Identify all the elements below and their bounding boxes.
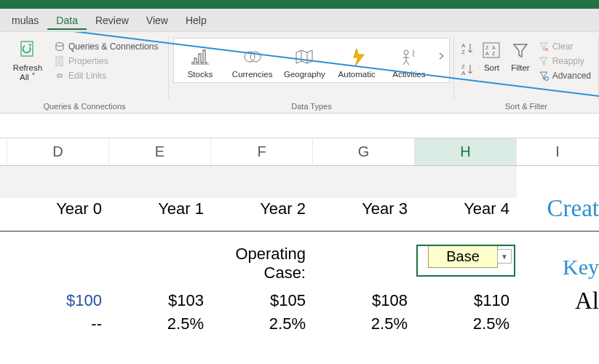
clear-filter-button[interactable]: Clear bbox=[535, 39, 594, 54]
cell-year-3[interactable]: Year 3 bbox=[313, 198, 415, 231]
properties-icon bbox=[54, 55, 66, 67]
edit-links-icon bbox=[54, 70, 66, 82]
cell-year-1[interactable]: Year 1 bbox=[109, 198, 211, 231]
col-header-H[interactable]: H bbox=[415, 138, 517, 165]
sort-button[interactable]: ZAAZ Sort bbox=[477, 35, 506, 83]
cell-value-y4[interactable]: $110 bbox=[415, 290, 517, 313]
col-header-I[interactable]: I bbox=[517, 138, 599, 165]
col-header-G[interactable]: G bbox=[313, 138, 415, 165]
svg-text:A: A bbox=[461, 42, 466, 49]
currencies-icon bbox=[242, 46, 263, 68]
svg-point-4 bbox=[250, 52, 261, 62]
chevron-down-icon[interactable]: ▼ bbox=[497, 249, 512, 264]
col-header-D[interactable]: D bbox=[7, 138, 109, 165]
worksheet[interactable]: D E F G H I Year 0 Year 1 Year 2 Year 3 … bbox=[0, 138, 599, 336]
cell-value-y2[interactable]: $105 bbox=[211, 290, 313, 313]
annotation-al: Al bbox=[575, 288, 599, 314]
svg-text:A: A bbox=[492, 45, 496, 50]
refresh-all-label: Refresh All ˅ bbox=[13, 63, 42, 82]
sort-asc-button[interactable]: AZ bbox=[460, 41, 476, 58]
group-label-queries: Queries & Connections bbox=[0, 100, 169, 112]
col-header-F[interactable]: F bbox=[211, 138, 313, 165]
operating-case-dropdown[interactable]: Base ▼ bbox=[428, 245, 498, 268]
refresh-all-button[interactable]: Refresh All ˅ bbox=[4, 35, 51, 83]
ribbon-tabs: mulas Data Review View Help bbox=[0, 9, 599, 32]
group-queries-connections: Refresh All ˅ Queries & Connections Prop… bbox=[0, 32, 169, 113]
filter-icon bbox=[509, 39, 531, 61]
formula-bar-area[interactable] bbox=[0, 114, 599, 138]
svg-text:Z: Z bbox=[461, 49, 465, 55]
tab-view[interactable]: View bbox=[138, 10, 177, 31]
automatic-icon bbox=[346, 46, 368, 68]
cell-pct-y2[interactable]: 2.5% bbox=[211, 313, 313, 336]
ribbon: Refresh All ˅ Queries & Connections Prop… bbox=[0, 32, 599, 114]
clear-icon bbox=[538, 41, 550, 52]
clear-label: Clear bbox=[552, 41, 574, 52]
connections-icon bbox=[54, 41, 66, 52]
svg-point-15 bbox=[544, 77, 548, 81]
cell-pct-y3[interactable]: 2.5% bbox=[313, 313, 415, 336]
currencies-label: Currencies bbox=[232, 70, 273, 79]
pct-row: -- 2.5% 2.5% 2.5% 2.5% bbox=[0, 313, 599, 336]
geography-icon bbox=[293, 46, 315, 68]
svg-point-5 bbox=[404, 50, 408, 55]
column-headers: D E F G H I bbox=[0, 138, 599, 166]
svg-text:A: A bbox=[485, 51, 489, 56]
operating-case-label: Operating Case: bbox=[211, 243, 313, 277]
geography-label: Geography bbox=[284, 70, 325, 79]
reapply-label: Reapply bbox=[552, 56, 584, 66]
group-label-data-types: Data Types bbox=[169, 100, 454, 112]
annotation-key: Key bbox=[563, 255, 599, 280]
cell-value-y1[interactable]: $103 bbox=[109, 290, 211, 313]
svg-point-1 bbox=[56, 43, 63, 47]
svg-text:Z: Z bbox=[461, 63, 465, 70]
activities-label: Activities bbox=[392, 70, 425, 79]
activities-button[interactable]: Activities bbox=[383, 41, 435, 79]
tab-data[interactable]: Data bbox=[47, 10, 87, 31]
annotation-create: Creat bbox=[547, 195, 599, 222]
automatic-label: Automatic bbox=[338, 70, 376, 79]
svg-text:Z: Z bbox=[492, 51, 496, 56]
col-header-edge bbox=[0, 138, 7, 165]
edit-links-label: Edit Links bbox=[68, 71, 106, 81]
stocks-button[interactable]: Stocks bbox=[174, 41, 226, 79]
data-types-more-arrow[interactable] bbox=[435, 41, 449, 71]
sort-desc-button[interactable]: ZA bbox=[460, 62, 476, 79]
cell-value-y0[interactable]: $100 bbox=[7, 290, 109, 313]
filter-button[interactable]: Filter bbox=[506, 35, 534, 83]
svg-point-3 bbox=[245, 52, 255, 62]
sort-label: Sort bbox=[484, 63, 499, 73]
cell-pct-y4[interactable]: 2.5% bbox=[415, 313, 517, 336]
queries-connections-button[interactable]: Queries & Connections bbox=[51, 39, 161, 54]
cell-year-2[interactable]: Year 2 bbox=[211, 198, 313, 231]
cell-pct-y0[interactable]: -- bbox=[7, 313, 109, 336]
edit-links-button[interactable]: Edit Links bbox=[51, 68, 161, 83]
queries-connections-label: Queries & Connections bbox=[68, 41, 158, 52]
tab-help[interactable]: Help bbox=[177, 10, 215, 31]
geography-button[interactable]: Geography bbox=[279, 41, 331, 79]
advanced-icon bbox=[538, 70, 550, 82]
reapply-button[interactable]: Reapply bbox=[535, 54, 594, 68]
cell-year-0[interactable]: Year 0 bbox=[7, 198, 109, 231]
cell-value-y3[interactable]: $108 bbox=[313, 290, 415, 313]
activities-icon bbox=[398, 46, 420, 68]
svg-text:A: A bbox=[461, 70, 466, 76]
year-header-row: Year 0 Year 1 Year 2 Year 3 Year 4 bbox=[0, 198, 599, 232]
group-label-sort-filter: Sort & Filter bbox=[454, 100, 598, 112]
tab-review[interactable]: Review bbox=[87, 10, 138, 31]
properties-label: Properties bbox=[68, 56, 108, 66]
stocks-label: Stocks bbox=[188, 70, 213, 79]
filter-label: Filter bbox=[511, 63, 530, 73]
currencies-button[interactable]: Currencies bbox=[226, 41, 279, 79]
refresh-icon bbox=[17, 39, 39, 61]
cell-year-4[interactable]: Year 4 bbox=[415, 198, 517, 231]
automatic-button[interactable]: Automatic bbox=[330, 41, 383, 79]
tab-formulas[interactable]: mulas bbox=[3, 10, 47, 31]
cell-pct-y1[interactable]: 2.5% bbox=[109, 313, 211, 336]
sort-icon: ZAAZ bbox=[480, 39, 502, 61]
svg-text:Z: Z bbox=[485, 45, 489, 50]
advanced-filter-button[interactable]: Advanced bbox=[535, 68, 594, 83]
properties-button[interactable]: Properties bbox=[51, 54, 161, 68]
cell-grid[interactable]: Year 0 Year 1 Year 2 Year 3 Year 4 Opera… bbox=[0, 166, 599, 336]
col-header-E[interactable]: E bbox=[109, 138, 211, 165]
